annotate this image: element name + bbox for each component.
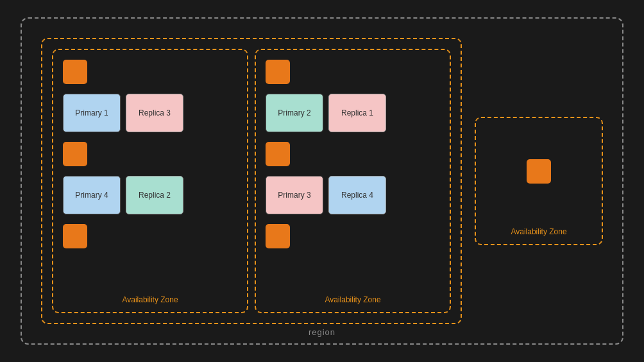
zone2-nodes-row2: Primary 3 Replica 4 xyxy=(266,176,386,214)
zone2-nodes-row1: Primary 2 Replica 1 xyxy=(266,94,386,132)
zone2-pair2: Primary 3 Replica 4 xyxy=(266,176,386,214)
replica4-node: Replica 4 xyxy=(328,176,386,214)
zone2-row3 xyxy=(266,224,290,248)
region-label: region xyxy=(309,327,335,337)
orange-square-6 xyxy=(266,224,290,248)
orange-square-3 xyxy=(63,224,87,248)
large-zones-group: Primary 1 Replica 3 Primary 4 Replica 2 xyxy=(41,38,462,324)
primary4-node: Primary 4 xyxy=(63,176,121,214)
zone1-pair1: Primary 1 Replica 3 xyxy=(63,94,183,132)
zone1-row3 xyxy=(63,224,87,248)
replica3-node: Replica 3 xyxy=(126,94,183,132)
primary2-node: Primary 2 xyxy=(266,94,323,132)
availability-zone-3: Availability Zone xyxy=(475,117,603,245)
availability-zone-2: Primary 2 Replica 1 Primary 3 Replica 4 xyxy=(255,49,451,313)
zone1-pair2: Primary 4 Replica 2 xyxy=(63,176,183,214)
zone1-nodes-row2: Primary 4 Replica 2 xyxy=(63,176,183,214)
zone3-label: Availability Zone xyxy=(511,227,566,236)
orange-square-7 xyxy=(527,159,551,184)
primary1-node: Primary 1 xyxy=(63,94,121,132)
zone2-pair1: Primary 2 Replica 1 xyxy=(266,94,386,132)
orange-square-5 xyxy=(266,142,290,166)
orange-square-4 xyxy=(266,60,290,84)
zone1-nodes-row1: Primary 1 Replica 3 xyxy=(63,94,183,132)
zone1-row2 xyxy=(63,142,87,166)
primary3-node: Primary 3 xyxy=(266,176,323,214)
zone2-row1 xyxy=(266,60,290,84)
availability-zone-1: Primary 1 Replica 3 Primary 4 Replica 2 xyxy=(52,49,248,313)
replica1-node: Replica 1 xyxy=(328,94,386,132)
zone1-row1 xyxy=(63,60,87,84)
zone2-label: Availability Zone xyxy=(325,295,380,304)
orange-square-1 xyxy=(63,60,87,84)
region-container: region Primary 1 Replica 3 xyxy=(21,17,623,345)
replica2-node: Replica 2 xyxy=(126,176,183,214)
zone2-row2 xyxy=(266,142,290,166)
orange-square-2 xyxy=(63,142,87,166)
zone1-label: Availability Zone xyxy=(122,295,178,304)
zones-wrapper: Primary 1 Replica 3 Primary 4 Replica 2 xyxy=(35,31,609,331)
